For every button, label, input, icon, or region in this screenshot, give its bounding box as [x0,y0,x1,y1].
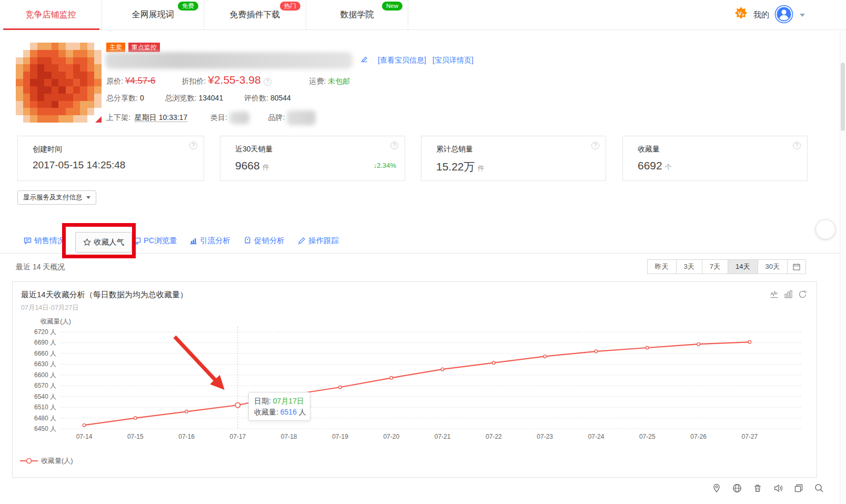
nav-tab-shop-monitor[interactable]: 竞争店铺监控 [0,0,102,30]
discount-price-value: ¥2.55-3.98 [208,74,260,86]
card-unit: 个 [665,163,672,171]
calendar-button[interactable] [787,259,806,274]
window-restore-icon[interactable] [793,482,804,494]
price-row: 原价:¥4.57-6 折扣价:¥2.55-3.98? 运费:未包邮 [106,74,527,86]
shipping-value: 未包邮 [328,77,350,85]
period-30d-button[interactable]: 30天 [758,259,788,274]
primary-sale-tag: 主卖 [106,43,125,52]
shelf-category-brand-row: 上下架: 星期日 10:33:17 类目: 品牌: [106,110,316,125]
nav-tab-keywords[interactable]: 全网展现词 免费 [102,0,204,30]
title-edit-icon [361,56,368,65]
svg-text:07-27: 07-27 [742,433,758,440]
nav-tab-plugin-download[interactable]: 免费插件下载 热门 [204,0,306,30]
views-value: 134041 [198,94,223,102]
nav-tab-label: 竞争店铺监控 [26,9,76,21]
bar-chart-toggle-icon[interactable] [784,290,793,299]
brand-label: 品牌: [268,113,285,122]
tab-pc-views[interactable]: PC浏览量 [133,236,177,246]
tab-traffic-analysis[interactable]: 引流分析 [189,236,230,246]
share-view-review-row: 总分享数:0 总浏览数:134041 评价数:80544 [106,94,291,103]
page: 竞争店铺监控 全网展现词 免费 免费插件下载 热门 数据学院 New V₃ 我的 [0,0,846,504]
svg-text:07-20: 07-20 [383,433,399,440]
card-help-icon[interactable]: ? [390,142,398,149]
tab-label: PC浏览量 [144,236,177,246]
period-3d-button[interactable]: 3天 [676,259,702,274]
analysis-tabs: 销售情况 收藏人气 PC浏览量 引流分析 促销分析 操作跟踪 [0,231,840,254]
calendar-icon [793,263,800,270]
svg-text:07-18: 07-18 [281,433,297,440]
card-30d-sales: 近30天销量 9668件 ↓2.34% ? [220,136,405,181]
brand-redacted [287,110,316,125]
view-item-info-link[interactable]: [查看宝贝信息] [378,56,426,65]
svg-text:07-15: 07-15 [127,433,144,440]
discount-help-icon[interactable]: ? [264,78,271,86]
tag-icon [244,237,251,245]
card-help-icon[interactable]: ? [591,142,599,149]
pin-icon[interactable] [711,482,722,494]
line-chart-toggle-icon[interactable] [770,290,779,299]
tab-label: 销售情况 [34,236,65,246]
product-title-redacted [105,52,352,69]
category-redacted [229,112,249,124]
reviews-value: 80544 [270,94,291,102]
account-dropdown-caret[interactable] [800,14,805,17]
chat-icon [24,237,32,245]
trash-icon[interactable] [752,482,763,494]
tab-operation-tracking[interactable]: 操作跟踪 [298,236,339,246]
svg-text:07-23: 07-23 [537,433,553,440]
card-help-icon[interactable]: ? [189,142,197,149]
svg-text:07-21: 07-21 [435,433,451,440]
svg-text:收藏量(人): 收藏量(人) [41,318,71,325]
favorites-line-chart[interactable]: 收藏量(人)6720 人6690 人6660 人6630 人6600 人6570… [12,318,822,450]
browser-icon[interactable] [731,482,743,494]
svg-text:07-19: 07-19 [332,433,348,440]
product-thumbnail[interactable] [16,43,102,123]
chevron-down-icon [86,196,90,199]
original-price-value: ¥4.57-6 [125,76,156,86]
card-title: 创建时间 [33,145,62,154]
chart-legend[interactable]: 收藏量(人) [20,456,73,466]
avatar[interactable] [774,5,793,26]
card-help-icon[interactable]: ? [793,142,801,149]
svg-text:07-14: 07-14 [76,433,93,440]
product-tags: 主卖 重点监控 [106,43,160,52]
refresh-icon[interactable] [798,290,807,299]
nav-tab-data-academy[interactable]: 数据学院 New [306,0,408,30]
scrollbar-thumb[interactable] [841,63,845,131]
tab-favorites-popularity[interactable]: 收藏人气 [75,232,132,253]
period-yesterday-button[interactable]: 昨天 [647,259,677,274]
bar-chart-icon [189,237,197,245]
period-14d-button[interactable]: 14天 [728,259,758,274]
reviews-label: 评价数: [244,94,268,102]
card-value: 15.22万件 [436,159,485,174]
show-service-payment-button[interactable]: 显示服务及支付信息 [17,190,96,205]
card-value: 6692个 [638,159,672,172]
speaker-icon[interactable] [772,482,784,494]
item-detail-page-link[interactable]: [宝贝详情页] [432,56,474,65]
scrollbar-track[interactable] [840,30,846,504]
svg-text:6510 人: 6510 人 [34,404,56,411]
svg-text:6720 人: 6720 人 [34,328,56,336]
tab-promotion-analysis[interactable]: 促销分析 [244,236,285,246]
svg-text:6630 人: 6630 人 [34,360,56,368]
tab-sales[interactable]: 销售情况 [24,236,65,246]
tab-label: 引流分析 [200,236,230,246]
svg-text:6600 人: 6600 人 [34,371,56,379]
card-created-time: 创建时间 2017-05-15 14:25:48 ? [17,136,204,181]
tab-label: 收藏人气 [94,237,124,247]
floating-widget-button[interactable] [815,219,835,239]
recent-summary-label: 最近 14 天概况 [16,263,65,272]
tooltip-value: 6516 [280,408,297,416]
tab-label: 促销分析 [254,236,285,246]
svg-text:6690 人: 6690 人 [34,339,56,346]
search-icon[interactable] [813,482,825,494]
svg-text:07-25: 07-25 [639,433,656,440]
svg-text:07-24: 07-24 [588,433,605,440]
nav-tab-label: 免费插件下载 [230,9,280,21]
nav-tab-label: 全网展现词 [132,9,174,21]
shelf-time-value[interactable]: 星期日 10:33:17 [135,113,187,122]
my-account-link[interactable]: 我的 [753,10,769,20]
period-7d-button[interactable]: 7天 [702,259,728,274]
svg-text:6570 人: 6570 人 [34,382,56,389]
pencil-icon [298,237,306,245]
